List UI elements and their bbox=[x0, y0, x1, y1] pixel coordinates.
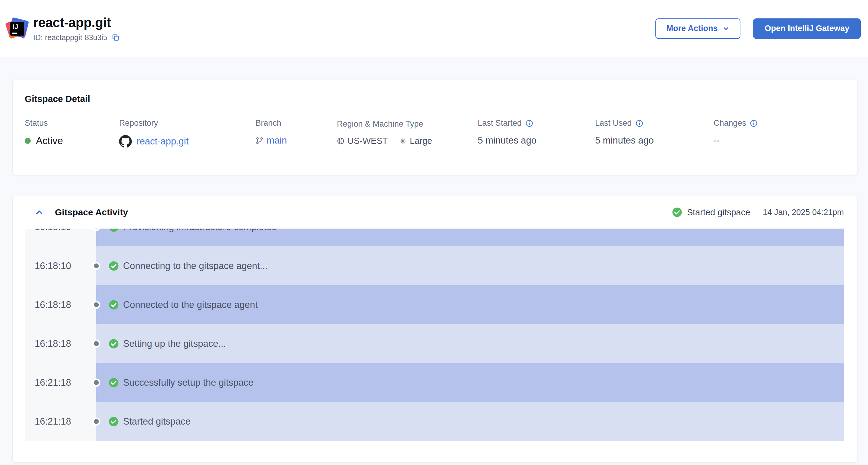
activity-time: 16:18:10 bbox=[25, 246, 96, 285]
gitspace-detail-card: Gitspace Detail Status Active Repository… bbox=[12, 80, 858, 175]
activity-row: 16:21:18 Successfully setup the gitspace bbox=[25, 363, 844, 402]
latest-event-label: Started gitspace bbox=[687, 208, 750, 217]
changes-label: Changes bbox=[714, 119, 746, 128]
timeline-dot-icon bbox=[92, 301, 100, 309]
region-machine-label: Region & Machine Type bbox=[337, 119, 432, 129]
gitspace-id: ID: reactappgit-83u3i5 bbox=[33, 33, 107, 42]
collapse-activity-button[interactable] bbox=[34, 208, 44, 217]
activity-row: 16:18:18 Connected to the gitspace agent bbox=[25, 285, 844, 324]
success-check-icon bbox=[108, 261, 119, 271]
activity-message: Connecting to the gitspace agent... bbox=[123, 260, 268, 271]
last-started-label: Last Started bbox=[478, 119, 522, 128]
app-header: IJ react-app.git ID: reactappgit-83u3i5 … bbox=[0, 0, 868, 57]
status-value: Active bbox=[36, 135, 63, 147]
activity-row: 16:18:10 Connecting to the gitspace agen… bbox=[25, 246, 844, 285]
success-check-icon bbox=[108, 300, 119, 310]
activity-row: 16:18:18 Setting up the gitspace... bbox=[25, 324, 844, 363]
activity-row: 16:21:18 Started gitspace bbox=[25, 402, 844, 441]
status-dot-icon bbox=[25, 138, 31, 144]
github-icon bbox=[119, 135, 132, 148]
chevron-up-icon bbox=[34, 208, 44, 217]
machine-type-icon bbox=[399, 137, 407, 145]
activity-card-title: Gitspace Activity bbox=[55, 207, 128, 217]
more-actions-label: More Actions bbox=[666, 24, 717, 33]
success-check-icon bbox=[108, 339, 119, 349]
success-check-icon bbox=[108, 377, 119, 388]
activity-message: Connected to the gitspace agent bbox=[123, 300, 257, 310]
activity-message: Setting up the gitspace... bbox=[123, 338, 226, 349]
latest-event-timestamp: 14 Jan, 2025 04:21pm bbox=[763, 208, 844, 217]
copy-id-button[interactable] bbox=[112, 33, 120, 42]
globe-icon bbox=[337, 137, 344, 145]
last-started-value: 5 minutes ago bbox=[478, 135, 536, 146]
activity-message: Provisioning infrastructure completed bbox=[123, 228, 277, 232]
activity-timeline[interactable]: 16:18:10 Provisioning infrastructure com… bbox=[25, 228, 844, 441]
info-icon[interactable] bbox=[525, 119, 533, 127]
timeline-dot-icon bbox=[92, 262, 100, 270]
machine-type-value: Large bbox=[410, 136, 432, 146]
last-used-label: Last Used bbox=[595, 119, 632, 128]
changes-value: -- bbox=[714, 135, 757, 146]
gateway-label: Open IntelliJ Gateway bbox=[765, 24, 849, 33]
chevron-down-icon bbox=[722, 25, 730, 32]
success-check-icon bbox=[108, 228, 119, 232]
status-label: Status bbox=[25, 119, 63, 128]
repository-label: Repository bbox=[119, 119, 188, 128]
activity-time: 16:18:18 bbox=[25, 285, 96, 324]
more-actions-button[interactable]: More Actions bbox=[655, 19, 740, 39]
info-icon[interactable] bbox=[750, 119, 757, 127]
activity-time: 16:18:10 bbox=[25, 228, 96, 246]
timeline-dot-icon bbox=[92, 340, 100, 348]
branch-link[interactable]: main bbox=[267, 135, 287, 146]
copy-icon bbox=[112, 33, 120, 42]
intellij-logo-icon: IJ bbox=[8, 19, 27, 38]
activity-message: Started gitspace bbox=[123, 416, 191, 427]
timeline-dot-icon bbox=[92, 378, 100, 386]
timeline-dot-icon bbox=[92, 417, 100, 426]
repository-link[interactable]: react-app.git bbox=[136, 136, 188, 147]
page-title: react-app.git bbox=[33, 15, 120, 30]
activity-time: 16:21:18 bbox=[25, 402, 96, 441]
info-icon[interactable] bbox=[636, 119, 643, 127]
git-branch-icon bbox=[255, 136, 264, 145]
activity-row: 16:18:10 Provisioning infrastructure com… bbox=[25, 228, 844, 246]
open-intellij-gateway-button[interactable]: Open IntelliJ Gateway bbox=[753, 19, 861, 39]
activity-time: 16:18:18 bbox=[25, 324, 96, 363]
branch-label: Branch bbox=[255, 119, 287, 128]
region-value: US-WEST bbox=[347, 136, 388, 146]
activity-message: Successfully setup the gitspace bbox=[123, 377, 254, 388]
activity-time: 16:21:18 bbox=[25, 363, 96, 402]
detail-card-title: Gitspace Detail bbox=[25, 94, 90, 104]
success-check-icon bbox=[672, 207, 682, 217]
last-used-value: 5 minutes ago bbox=[595, 135, 654, 146]
gitspace-activity-card: Gitspace Activity Started gitspace 14 Ja… bbox=[12, 196, 858, 463]
success-check-icon bbox=[108, 416, 119, 427]
